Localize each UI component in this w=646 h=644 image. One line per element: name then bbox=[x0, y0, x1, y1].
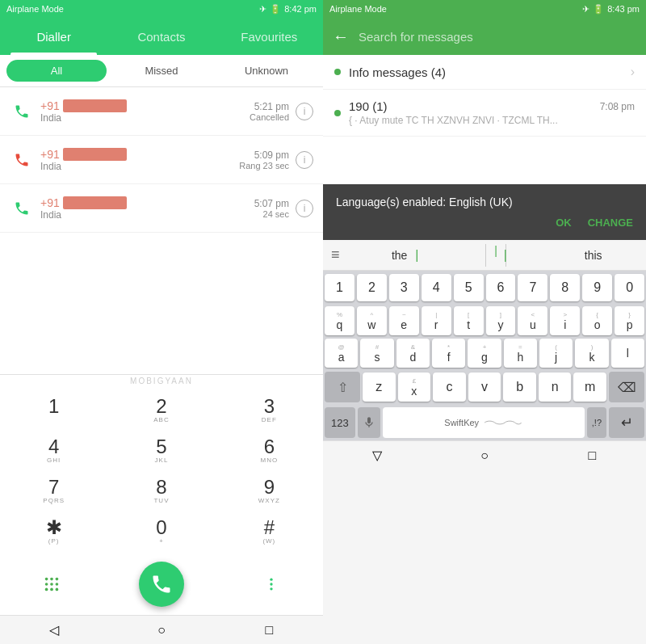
key-a[interactable]: @a bbox=[325, 339, 358, 368]
key-2[interactable]: 2 bbox=[357, 274, 387, 301]
key-u[interactable]: <u bbox=[518, 306, 547, 335]
key-r[interactable]: |r bbox=[422, 306, 451, 335]
grid-button[interactable] bbox=[36, 568, 68, 600]
tab-dialler[interactable]: Dialler bbox=[0, 18, 107, 55]
dial-key-6[interactable]: 6MNO bbox=[216, 431, 323, 471]
message-item-190[interactable]: 190 (1) 7:08 pm { · Atuy mute TC TH XZNV… bbox=[323, 90, 646, 137]
filter-missed[interactable]: Missed bbox=[111, 60, 212, 82]
dial-key-hash[interactable]: #(W) bbox=[216, 511, 323, 552]
key-y[interactable]: ]y bbox=[486, 306, 516, 335]
shift-key[interactable]: ⇧ bbox=[325, 372, 360, 402]
airplane-icon: ✈ bbox=[259, 4, 266, 15]
call-item[interactable]: +91 ████████ India 5:21 pm Cancelled i bbox=[0, 87, 323, 136]
key-p[interactable]: }p bbox=[615, 306, 644, 335]
toast-ok-button[interactable]: OK bbox=[556, 217, 572, 229]
recents-nav-button[interactable]: □ bbox=[257, 618, 281, 642]
search-messages-input[interactable] bbox=[359, 30, 636, 44]
key-8[interactable]: 8 bbox=[550, 274, 580, 301]
dialer-actions bbox=[0, 555, 323, 615]
key-9[interactable]: 9 bbox=[582, 274, 612, 301]
info-icon-2[interactable]: i bbox=[296, 151, 313, 169]
word-suggestion-this[interactable]: this bbox=[575, 244, 612, 267]
unread-dot bbox=[334, 110, 341, 116]
key-n[interactable]: n bbox=[539, 373, 572, 402]
key-5[interactable]: 5 bbox=[454, 274, 484, 301]
message-time: 7:08 pm bbox=[600, 101, 635, 112]
svg-point-3 bbox=[45, 583, 48, 586]
key-g[interactable]: +g bbox=[468, 339, 501, 368]
svg-point-0 bbox=[45, 578, 48, 581]
message-name: Info messages (4) bbox=[349, 65, 631, 79]
filter-unknown[interactable]: Unknown bbox=[216, 60, 317, 82]
right-back-button[interactable]: ▽ bbox=[365, 444, 389, 468]
key-t[interactable]: [t bbox=[454, 306, 484, 335]
enter-key[interactable]: ↵ bbox=[609, 407, 644, 438]
word-suggestion-the[interactable]: the bbox=[382, 244, 417, 267]
filter-all[interactable]: All bbox=[6, 60, 107, 82]
key-0[interactable]: 0 bbox=[615, 274, 644, 301]
space-key[interactable]: SwiftKey bbox=[383, 407, 585, 438]
svg-point-11 bbox=[270, 587, 272, 590]
key-i[interactable]: >i bbox=[550, 306, 580, 335]
dial-key-star[interactable]: ✱(P) bbox=[0, 511, 107, 552]
key-b[interactable]: b bbox=[503, 373, 536, 402]
back-button[interactable]: ← bbox=[333, 27, 349, 46]
dial-key-3[interactable]: 3DEF bbox=[216, 390, 323, 431]
key-w[interactable]: ^w bbox=[357, 306, 387, 335]
key-f[interactable]: *f bbox=[432, 339, 465, 368]
key-e[interactable]: ~e bbox=[389, 306, 419, 335]
dial-key-1[interactable]: 1 bbox=[0, 390, 107, 431]
key-4[interactable]: 4 bbox=[422, 274, 451, 301]
key-s[interactable]: #s bbox=[360, 339, 393, 368]
right-nav-bar: ▽ ○ □ bbox=[323, 440, 646, 469]
dial-key-0[interactable]: 0+ bbox=[107, 511, 215, 552]
more-options-button[interactable] bbox=[255, 568, 287, 600]
filter-bar: All Missed Unknown bbox=[0, 55, 323, 87]
mic-key[interactable] bbox=[358, 407, 380, 438]
right-recents-button[interactable]: □ bbox=[580, 444, 604, 468]
call-button[interactable] bbox=[139, 562, 184, 607]
left-nav-bar: ◁ ○ □ bbox=[0, 615, 323, 644]
tab-contacts[interactable]: Contacts bbox=[107, 18, 215, 55]
key-q[interactable]: %q bbox=[325, 306, 354, 335]
dial-key-7[interactable]: 7PQRS bbox=[0, 471, 107, 511]
shift-row: ⇧ z £x c v b n m ⌫ bbox=[323, 369, 646, 405]
period-key[interactable]: ,!? bbox=[587, 407, 606, 438]
dial-key-9[interactable]: 9WXYZ bbox=[216, 471, 323, 511]
key-j[interactable]: (j bbox=[539, 339, 573, 368]
key-7[interactable]: 7 bbox=[518, 274, 547, 301]
key-l[interactable]: l bbox=[611, 339, 644, 368]
dial-key-5[interactable]: 5JKL bbox=[107, 431, 215, 471]
key-h[interactable]: =h bbox=[504, 339, 537, 368]
right-home-button[interactable]: ○ bbox=[472, 444, 497, 468]
back-nav-button[interactable]: ◁ bbox=[42, 618, 66, 642]
key-d[interactable]: &d bbox=[396, 339, 430, 368]
delete-key[interactable]: ⌫ bbox=[609, 372, 644, 402]
toast-change-button[interactable]: CHANGE bbox=[588, 217, 633, 229]
key-1[interactable]: 1 bbox=[325, 274, 354, 301]
key-6[interactable]: 6 bbox=[486, 274, 516, 301]
tab-favourites[interactable]: Favourites bbox=[216, 18, 323, 55]
call-item[interactable]: +91 ████████ India 5:09 pm Rang 23 sec i bbox=[0, 136, 323, 184]
key-v[interactable]: v bbox=[468, 373, 501, 402]
key-x[interactable]: £x bbox=[398, 373, 431, 402]
dial-key-8[interactable]: 8TUV bbox=[107, 471, 215, 511]
number-row: 1 2 3 4 5 6 7 8 9 0 bbox=[323, 271, 646, 305]
home-nav-button[interactable]: ○ bbox=[149, 618, 174, 642]
message-item-info[interactable]: Info messages (4) › bbox=[323, 55, 646, 90]
key-z[interactable]: z bbox=[363, 373, 396, 402]
key-c[interactable]: c bbox=[433, 373, 466, 402]
key-o[interactable]: {o bbox=[582, 306, 612, 335]
dial-key-2[interactable]: 2ABC bbox=[107, 390, 215, 431]
key-m[interactable]: m bbox=[573, 373, 606, 402]
keyboard-menu-icon[interactable]: ≡ bbox=[323, 246, 348, 263]
asdf-row: @a #s &d *f +g =h (j )k l bbox=[323, 337, 646, 369]
info-icon-3[interactable]: i bbox=[296, 200, 313, 217]
key-3[interactable]: 3 bbox=[389, 274, 419, 301]
key-k[interactable]: )k bbox=[575, 339, 608, 368]
dial-key-4[interactable]: 4GHI bbox=[0, 431, 107, 471]
key-123[interactable]: 123 bbox=[325, 407, 355, 438]
info-icon-1[interactable]: i bbox=[296, 103, 313, 120]
call-item[interactable]: +91 ████████ India 5:07 pm 24 sec i bbox=[0, 184, 323, 233]
call-outgoing-icon bbox=[10, 200, 34, 217]
